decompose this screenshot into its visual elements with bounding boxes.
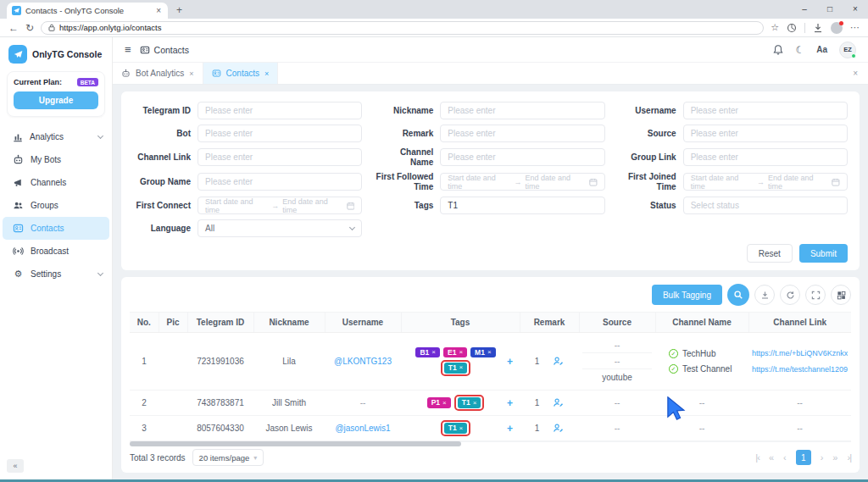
tag[interactable]: P1× <box>427 397 451 408</box>
app-logo[interactable]: OnlyTG Console <box>0 37 112 69</box>
first-joined-range-picker[interactable]: Start date and time → End date and time <box>683 173 848 191</box>
hamburger-icon[interactable]: ≡ <box>125 43 131 56</box>
tag[interactable]: B1× <box>415 347 440 358</box>
maximize-button[interactable]: □ <box>817 0 843 17</box>
minimize-button[interactable]: – <box>792 0 817 17</box>
source-input[interactable] <box>683 125 848 142</box>
first-page-icon[interactable]: |‹ <box>755 452 760 463</box>
telegram-id-input[interactable] <box>198 102 362 119</box>
language-select[interactable]: All <box>198 219 362 237</box>
refresh-button[interactable] <box>780 285 800 305</box>
refresh-icon <box>786 291 795 300</box>
cell-channel-link: -- <box>748 391 851 416</box>
current-page-button[interactable]: 1 <box>796 450 811 465</box>
prev-page-icon[interactable]: ‹ <box>783 452 787 463</box>
remark-input[interactable] <box>440 125 604 142</box>
tag-close-icon[interactable]: × <box>459 425 464 432</box>
tag-close-icon[interactable]: × <box>431 349 436 356</box>
address-bar[interactable]: https://app.onlytg.io/contacts <box>41 21 764 35</box>
add-tag-button[interactable]: + <box>507 423 516 435</box>
sidebar-item-groups[interactable]: Groups <box>3 194 109 217</box>
bot-input[interactable] <box>198 125 362 142</box>
tag-close-icon[interactable]: × <box>473 400 477 407</box>
bookmark-star-icon[interactable]: ☆ <box>771 22 779 33</box>
sidebar-collapse-button[interactable]: « <box>7 459 24 473</box>
cell-pic <box>159 333 187 391</box>
tag[interactable]: M1× <box>470 347 495 358</box>
add-tag-button[interactable]: + <box>507 397 516 409</box>
export-button[interactable] <box>754 285 775 305</box>
bell-icon[interactable] <box>773 44 783 55</box>
sidebar-item-broadcast[interactable]: Broadcast <box>3 240 109 263</box>
next-5-pages-icon[interactable]: » <box>832 452 837 463</box>
tag-t1[interactable]: T1× <box>444 423 468 434</box>
sidebar-item-my-bots[interactable]: My Bots <box>3 148 109 171</box>
bulk-tagging-button[interactable]: Bulk Tagging <box>652 285 722 305</box>
tags-input[interactable] <box>440 197 604 214</box>
tag-t1[interactable]: T1× <box>458 397 481 408</box>
close-all-tabs-icon[interactable]: × <box>843 63 868 84</box>
tag-close-icon[interactable]: × <box>487 349 492 356</box>
browser-menu-icon[interactable]: ⋯ <box>850 22 860 33</box>
browser-profile-avatar[interactable] <box>831 22 843 34</box>
next-page-icon[interactable]: › <box>821 452 824 463</box>
group-link-input[interactable] <box>683 148 848 166</box>
sidebar-item-label: My Bots <box>31 155 61 164</box>
channel-link[interactable]: https://t.me/+bLiQNV6KznkxNGVk <box>752 349 848 357</box>
tag-close-icon[interactable]: × <box>442 400 447 407</box>
browser-tab[interactable]: Contacts - OnlyTG Console × <box>7 3 168 19</box>
scrollbar-thumb[interactable] <box>130 441 461 446</box>
nickname-input[interactable] <box>440 102 604 119</box>
dark-mode-moon-icon[interactable]: ☾ <box>795 44 804 56</box>
channel-name-input[interactable] <box>440 148 604 166</box>
page-size-select[interactable]: 20 items/page ▾ <box>192 449 264 466</box>
channel-link[interactable]: https://t.me/testchannel12095 <box>752 365 848 374</box>
edit-remark-icon[interactable] <box>553 397 564 408</box>
refresh-icon[interactable]: ↻ <box>25 22 34 34</box>
edit-remark-icon[interactable] <box>553 356 564 367</box>
cell-remark: 1 <box>520 416 579 441</box>
remark-value: 1 <box>535 398 540 407</box>
status-select[interactable]: Select status <box>683 197 848 214</box>
username-input[interactable] <box>683 102 848 119</box>
prev-5-pages-icon[interactable]: « <box>769 452 774 463</box>
back-icon[interactable]: ← <box>8 22 19 34</box>
translate-icon[interactable]: Aa <box>816 45 827 54</box>
new-tab-button[interactable]: + <box>168 3 191 19</box>
tab-contacts[interactable]: Contacts × <box>203 63 279 84</box>
search-button[interactable] <box>727 284 749 306</box>
channel-link-input[interactable] <box>198 148 362 166</box>
tag-close-icon[interactable]: × <box>459 349 463 356</box>
tag-close-icon[interactable]: × <box>459 364 464 371</box>
last-page-icon[interactable]: ›| <box>847 452 851 463</box>
sidebar-item-channels[interactable]: Channels <box>3 171 109 194</box>
filter-first-followed-time: First Followed Time Start date and time … <box>376 172 604 191</box>
column-settings-button[interactable] <box>831 285 851 305</box>
tab-close-icon[interactable]: × <box>154 6 163 15</box>
tab-close-icon[interactable]: × <box>189 69 193 78</box>
fullscreen-button[interactable] <box>805 285 826 305</box>
close-button[interactable]: × <box>843 0 868 17</box>
add-tag-button[interactable]: + <box>507 356 516 368</box>
horizontal-scrollbar[interactable] <box>130 441 851 442</box>
upgrade-button[interactable]: Upgrade <box>14 91 98 109</box>
submit-button[interactable]: Submit <box>799 244 848 263</box>
first-followed-range-picker[interactable]: Start date and time → End date and time <box>440 173 604 191</box>
download-icon[interactable] <box>813 23 823 33</box>
cell-username[interactable]: @jasonLewis1 <box>325 416 401 441</box>
user-avatar[interactable]: EZ <box>839 42 856 58</box>
reset-button[interactable]: Reset <box>747 244 793 263</box>
cell-username[interactable]: @LKONTG123 <box>325 333 401 391</box>
browser-extension-icon[interactable] <box>787 23 797 33</box>
cell-tags: B1× E1× M1× T1× + <box>401 333 520 391</box>
sidebar-item-analytics[interactable]: Analytics <box>3 125 109 148</box>
group-name-input[interactable] <box>198 173 362 191</box>
sidebar-item-settings[interactable]: ⚙ Settings <box>3 263 109 285</box>
tab-bot-analytics[interactable]: Bot Analytics × <box>113 63 203 84</box>
tag-t1[interactable]: T1× <box>444 363 468 374</box>
first-connect-range-picker[interactable]: Start date and time → End date and time <box>198 197 362 214</box>
sidebar-item-contacts[interactable]: Contacts <box>3 217 109 240</box>
tab-close-icon[interactable]: × <box>264 69 269 78</box>
tag[interactable]: E1× <box>443 347 467 358</box>
edit-remark-icon[interactable] <box>553 423 564 434</box>
